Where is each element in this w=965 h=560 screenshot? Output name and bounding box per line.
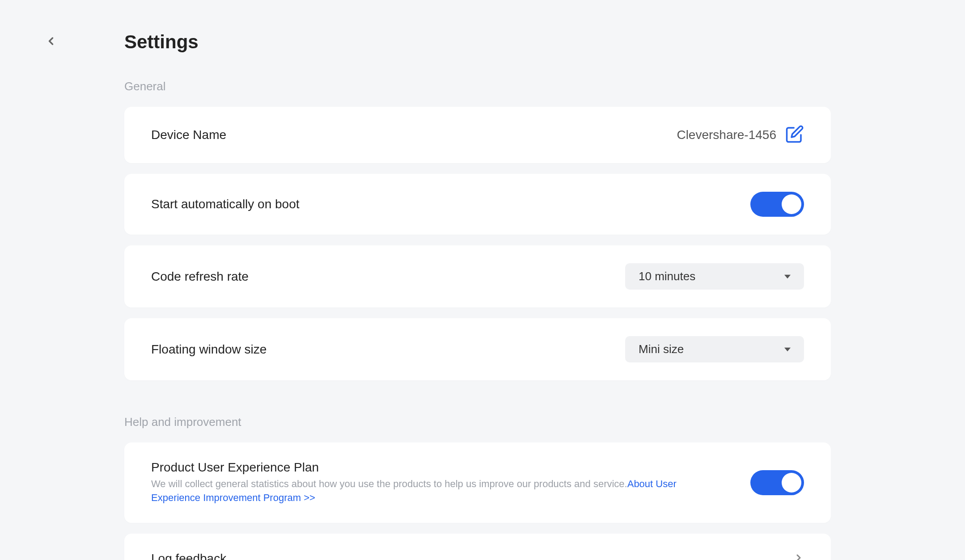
chevron-left-icon bbox=[45, 35, 57, 47]
back-button[interactable] bbox=[45, 35, 57, 49]
device-name-label: Device Name bbox=[151, 128, 677, 142]
toggle-knob bbox=[782, 194, 801, 214]
floating-window-value: Mini size bbox=[639, 342, 684, 356]
floating-window-label: Floating window size bbox=[151, 342, 625, 357]
ux-plan-description-text: We will collect general statistics about… bbox=[151, 478, 627, 489]
edit-icon bbox=[785, 125, 804, 143]
setting-row-code-refresh: Code refresh rate 10 minutes bbox=[124, 245, 831, 307]
chevron-right-icon bbox=[793, 552, 804, 560]
auto-start-toggle[interactable] bbox=[750, 192, 804, 217]
setting-row-device-name: Device Name Clevershare-1456 bbox=[124, 107, 831, 163]
setting-row-log-feedback[interactable]: Log feedback bbox=[124, 534, 831, 560]
ux-plan-description: We will collect general statistics about… bbox=[151, 477, 724, 505]
auto-start-label: Start automatically on boot bbox=[151, 197, 750, 211]
device-name-value: Clevershare-1456 bbox=[677, 128, 776, 142]
setting-row-floating-window: Floating window size Mini size bbox=[124, 318, 831, 380]
floating-window-dropdown[interactable]: Mini size bbox=[625, 336, 804, 362]
log-feedback-label: Log feedback bbox=[151, 552, 793, 560]
code-refresh-dropdown[interactable]: 10 minutes bbox=[625, 263, 804, 290]
ux-plan-toggle[interactable] bbox=[750, 470, 804, 495]
edit-device-name-button[interactable] bbox=[785, 125, 804, 145]
section-label-help: Help and improvement bbox=[124, 415, 831, 429]
page-title: Settings bbox=[124, 31, 199, 53]
section-label-general: General bbox=[124, 80, 831, 93]
toggle-knob bbox=[782, 473, 801, 493]
setting-row-ux-plan: Product User Experience Plan We will col… bbox=[124, 442, 831, 523]
caret-down-icon bbox=[784, 345, 791, 354]
ux-plan-label: Product User Experience Plan bbox=[151, 460, 750, 475]
caret-down-icon bbox=[784, 273, 791, 281]
setting-row-auto-start: Start automatically on boot bbox=[124, 174, 831, 235]
code-refresh-value: 10 minutes bbox=[639, 269, 695, 283]
code-refresh-label: Code refresh rate bbox=[151, 269, 625, 284]
